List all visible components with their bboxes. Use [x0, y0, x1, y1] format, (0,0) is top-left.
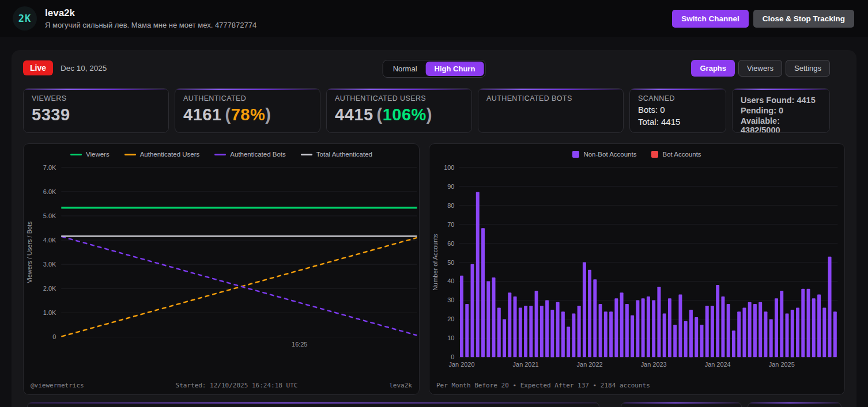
accounts-bar-chart: 0102030405060708090100Number of Accounts… — [429, 144, 844, 394]
bar-chart-panel: 0102030405060708090100Number of Accounts… — [429, 143, 845, 395]
svg-text:Jan 2021: Jan 2021 — [513, 361, 539, 368]
stat-card-scanned: SCANNED Bots: 0 Total: 4415 — [629, 88, 726, 133]
watermark: @viewermetrics — [31, 382, 84, 389]
svg-text:Jan 2020: Jan 2020 — [449, 361, 475, 368]
bottom-row — [23, 402, 845, 407]
accounts-summary: Per Month Before 20 • Expected After 137… — [436, 382, 650, 389]
bar-chart-footer: Per Month Before 20 • Expected After 137… — [429, 376, 844, 394]
stat-label: VIEWERS — [32, 94, 160, 102]
switch-channel-button[interactable]: Switch Channel — [672, 10, 749, 28]
stat-card-viewers: VIEWERS 5339 — [23, 88, 169, 133]
svg-text:16:25: 16:25 — [292, 341, 307, 348]
legend-item: Viewers — [70, 151, 110, 158]
stat-label: AUTHENTICATED BOTS — [486, 94, 615, 102]
stat-card-authenticated: AUTHENTICATED 4161(78%) — [175, 88, 320, 133]
legend-swatch-icon — [572, 151, 579, 158]
bar-chart-legend: Non-Bot AccountsBot Accounts — [429, 151, 844, 158]
stat-label: SCANNED — [638, 94, 718, 102]
svg-text:50: 50 — [447, 259, 454, 266]
churn-mode-toggle: Normal High Churn — [383, 60, 486, 78]
top-bar: 2K leva2k Я могучий сильный лев. Мама мн… — [0, 0, 868, 37]
main-panel: Live Dec 10, 2025 Normal High Churn Grap… — [12, 50, 856, 407]
stat-label: AUTHENTICATED USERS — [335, 94, 463, 102]
legend-label: Total Authenticated — [316, 151, 372, 158]
svg-text:100: 100 — [444, 164, 454, 171]
svg-text:6.0K: 6.0K — [43, 188, 56, 195]
legend-swatch-icon — [124, 154, 136, 155]
stream-date: Dec 10, 2025 — [61, 64, 107, 73]
svg-text:20: 20 — [447, 315, 454, 322]
stat-percent: 106% — [383, 105, 427, 124]
charts-row: 7.0K6.0K5.0K4.0K3.0K2.0K1.0K0Viewers / U… — [23, 143, 845, 395]
footer-channel: leva2k — [389, 382, 412, 389]
controls-row: Live Dec 10, 2025 Normal High Churn Grap… — [23, 60, 845, 78]
channel-status: Я могучий сильный лев. Мама мне не моет … — [45, 21, 256, 29]
svg-text:30: 30 — [447, 296, 454, 303]
line-chart-legend: ViewersAuthenticated UsersAuthenticated … — [24, 151, 419, 158]
svg-text:0: 0 — [451, 353, 454, 360]
legend-swatch-icon — [214, 154, 226, 155]
legend-item: Total Authenticated — [301, 151, 372, 158]
svg-text:0: 0 — [52, 333, 56, 340]
viewers-line-chart: 7.0K6.0K5.0K4.0K3.0K2.0K1.0K0Viewers / U… — [24, 144, 419, 394]
legend-label: Viewers — [86, 151, 110, 158]
legend-label: Non-Bot Accounts — [583, 151, 636, 158]
svg-text:10: 10 — [447, 334, 454, 341]
close-stop-tracking-button[interactable]: Close & Stop Tracking — [753, 10, 854, 28]
svg-text:90: 90 — [447, 183, 454, 190]
mode-high-churn-button[interactable]: High Churn — [426, 62, 484, 76]
stats-row: VIEWERS 5339 AUTHENTICATED 4161(78%) AUT… — [23, 88, 845, 133]
users-found: Users Found: 4415 — [741, 96, 821, 105]
partial-panel-1 — [27, 402, 599, 407]
available: Available: 4382/5000 — [741, 116, 821, 133]
legend-item: Non-Bot Accounts — [572, 151, 636, 158]
scanned-bots: Bots: 0 — [638, 105, 718, 115]
channel-name: leva2k — [45, 7, 256, 19]
svg-text:Number of Accounts: Number of Accounts — [432, 234, 439, 291]
line-chart-footer: @viewermetrics Started: 12/10/2025 16:24… — [24, 376, 419, 394]
svg-text:4.0K: 4.0K — [43, 237, 56, 244]
channel-avatar: 2K — [13, 6, 37, 31]
svg-text:80: 80 — [447, 202, 454, 209]
legend-label: Authenticated Users — [140, 151, 200, 158]
mode-normal-button[interactable]: Normal — [384, 62, 426, 76]
svg-text:Jan 2022: Jan 2022 — [577, 361, 603, 368]
stat-percent: 78% — [231, 105, 266, 124]
stat-card-quota: Users Found: 4415 Pending: 0 Available: … — [732, 88, 830, 133]
legend-swatch-icon — [301, 154, 312, 155]
svg-text:7.0K: 7.0K — [43, 164, 56, 171]
partial-panel-2 — [621, 402, 742, 407]
started-timestamp: Started: 12/10/2025 16:24:18 UTC — [176, 382, 298, 389]
svg-text:Jan 2024: Jan 2024 — [705, 361, 731, 368]
svg-text:2.0K: 2.0K — [43, 285, 56, 292]
stat-card-authenticated-users: AUTHENTICATED USERS 4415(106%) — [326, 88, 472, 133]
legend-label: Authenticated Bots — [230, 151, 286, 158]
svg-text:Viewers / Users / Bots: Viewers / Users / Bots — [26, 221, 33, 283]
svg-text:Jan 2025: Jan 2025 — [769, 361, 795, 368]
pending: Pending: 0 — [741, 106, 821, 115]
svg-text:1.0K: 1.0K — [43, 309, 56, 316]
legend-item: Authenticated Users — [124, 151, 200, 158]
svg-text:70: 70 — [447, 221, 454, 228]
stat-value: 4415(106%) — [335, 105, 463, 124]
stat-card-authenticated-bots: AUTHENTICATED BOTS — [478, 88, 624, 133]
svg-text:5.0K: 5.0K — [43, 212, 56, 219]
stat-value: 5339 — [32, 105, 160, 124]
tab-settings[interactable]: Settings — [786, 60, 830, 77]
svg-text:60: 60 — [447, 240, 454, 247]
svg-text:3.0K: 3.0K — [43, 261, 56, 268]
svg-text:Jan 2023: Jan 2023 — [641, 361, 667, 368]
tab-viewers[interactable]: Viewers — [738, 60, 782, 77]
avatar-text: 2K — [18, 13, 31, 24]
live-badge: Live — [23, 60, 53, 75]
line-chart-panel: 7.0K6.0K5.0K4.0K3.0K2.0K1.0K0Viewers / U… — [23, 143, 420, 395]
legend-swatch-icon — [70, 154, 82, 155]
svg-text:40: 40 — [447, 277, 454, 284]
tab-graphs[interactable]: Graphs — [691, 60, 735, 77]
partial-panel-3 — [748, 402, 841, 407]
stat-value: 4161(78%) — [183, 105, 312, 124]
stat-label: AUTHENTICATED — [183, 94, 312, 102]
legend-item: Authenticated Bots — [214, 151, 286, 158]
scanned-total: Total: 4415 — [638, 117, 718, 127]
legend-item: Bot Accounts — [651, 151, 701, 158]
